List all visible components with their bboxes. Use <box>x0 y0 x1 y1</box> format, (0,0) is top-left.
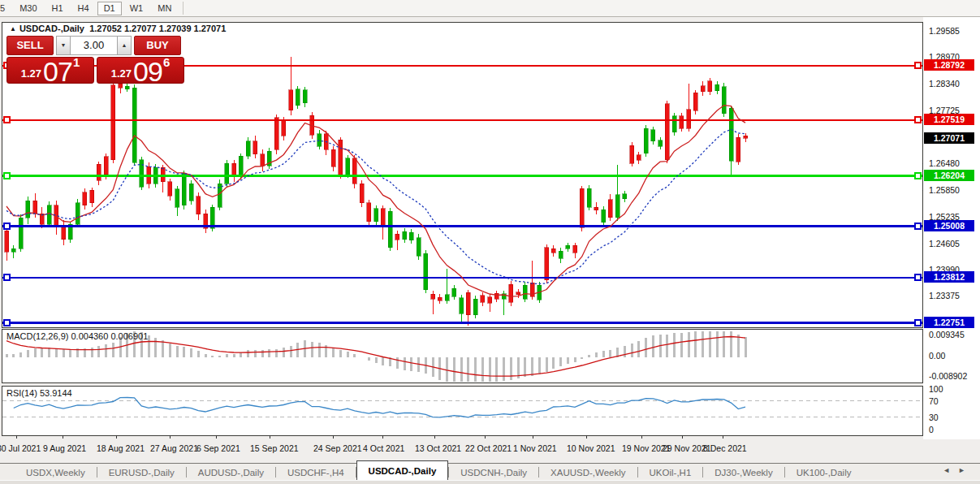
buy-button[interactable]: BUY <box>134 36 181 55</box>
date-label: 30 Jul 2021 <box>0 443 41 453</box>
axis-tick-label: 1.25850 <box>929 185 960 195</box>
volume-increase-button[interactable]: ▲ <box>117 36 132 55</box>
tab-audusd-daily[interactable]: AUDUSD-,Daily <box>187 465 275 481</box>
axis-tick-label: 0.009345 <box>929 330 965 339</box>
date-label: 18 Aug 2021 <box>97 443 145 453</box>
buy-price-pip: 6 <box>163 55 170 69</box>
date-label: 15 Sep 2021 <box>250 443 299 453</box>
tab-usdchf-h4[interactable]: USDCHF-,H4 <box>276 465 356 481</box>
date-label: 1 Nov 2021 <box>513 443 557 453</box>
tab-eurusd-daily[interactable]: EURUSD-,Daily <box>97 465 186 481</box>
axis-tick-label: 1.24605 <box>929 239 960 248</box>
one-click-trading-panel: SELL ▼ 3.00 ▲ BUY 1.27 07 1 1.27 09 6 <box>6 36 184 84</box>
current-price-label: 1.27071 <box>924 132 974 144</box>
chart-symbol-label: USDCAD-,Daily <box>19 24 84 33</box>
date-label: 10 Nov 2021 <box>567 443 615 453</box>
sell-price-digits: 07 <box>43 61 72 82</box>
price-line-label: 1.27519 <box>924 114 974 125</box>
sell-price-pip: 1 <box>73 55 80 69</box>
tab-usdx-weekly[interactable]: USDX,Weekly <box>15 465 97 481</box>
collapse-triangle-icon[interactable]: ▲ <box>10 25 16 32</box>
price-axis: 1.295851.289701.283401.277251.264801.258… <box>923 17 980 439</box>
sell-price-button[interactable]: 1.27 07 1 <box>6 57 94 84</box>
axis-tick-label: 1.23375 <box>929 291 960 300</box>
date-label: 8 Dec 2021 <box>703 443 747 453</box>
volume-input[interactable]: 3.00 <box>71 36 117 55</box>
axis-tick-label: 0.00 <box>929 351 945 361</box>
axis-tick-label: -0.008902 <box>929 371 967 381</box>
tab-scroll-right-icon[interactable]: ► <box>958 466 974 474</box>
buy-price-button[interactable]: 1.27 09 6 <box>97 57 184 84</box>
trading-terminal-window: 5M30H1H4D1W1MN ▲USDCAD-,Daily 1.27052 1.… <box>0 0 980 484</box>
buy-price-prefix: 1.27 <box>111 67 132 80</box>
tab-scroll-left-icon[interactable]: ◄ <box>943 466 958 474</box>
date-label: 27 Aug 2021 <box>150 443 198 453</box>
date-label: 9 Aug 2021 <box>43 443 86 453</box>
chart-tab-bar: USDX,WeeklyEURUSD-,DailyAUDUSD-,DailyUSD… <box>0 463 980 480</box>
axis-tick-label: 1.26480 <box>929 158 960 168</box>
tab-xauusd-weekly[interactable]: XAUUSD-,Weekly <box>539 465 637 481</box>
chart-title: ▲USDCAD-,Daily 1.27052 1.27077 1.27039 1… <box>10 24 226 33</box>
price-line-label: 1.25008 <box>924 220 974 231</box>
sell-price-prefix: 1.27 <box>21 67 41 80</box>
axis-tick-label: 100 <box>929 384 943 394</box>
axis-tick-label: 1.28340 <box>929 79 960 89</box>
date-label: 4 Oct 2021 <box>363 443 404 453</box>
axis-tick-label: 70 <box>929 396 939 406</box>
price-line-label: 1.22751 <box>924 317 974 328</box>
buy-price-digits: 09 <box>133 61 162 82</box>
tab-ukoil-h1[interactable]: UKOil-,H1 <box>638 465 703 481</box>
macd-indicator-label: MACD(12,26,9) 0.004360 0.006901 <box>6 331 148 341</box>
date-label: 24 Sep 2021 <box>313 443 362 453</box>
date-label: 13 Oct 2021 <box>415 443 461 453</box>
rsi-indicator-label: RSI(14) 53.9144 <box>6 388 72 398</box>
chart-ohlc-values: 1.27052 1.27077 1.27039 1.27071 <box>89 24 226 33</box>
price-line-label: 1.28792 <box>924 59 974 71</box>
date-label: 6 Sep 2021 <box>196 443 240 453</box>
axis-tick-label: 30 <box>929 413 939 422</box>
tab-dj30-weekly[interactable]: DJ30-,Weekly <box>703 465 784 481</box>
price-line-label: 1.23812 <box>924 271 974 283</box>
axis-tick-label: 1.29585 <box>929 26 960 36</box>
volume-decrease-button[interactable]: ▼ <box>56 36 71 55</box>
date-label: 22 Oct 2021 <box>465 443 512 453</box>
tab-uk100-daily[interactable]: UK100-,Daily <box>785 465 863 481</box>
tab-usdcnh-daily[interactable]: USDCNH-,Daily <box>449 465 538 481</box>
sell-button[interactable]: SELL <box>6 36 54 55</box>
tab-usdcad-daily[interactable]: USDCAD-,Daily <box>356 460 449 480</box>
price-line-label: 1.26204 <box>924 170 974 181</box>
axis-tick-label: 0 <box>929 425 934 434</box>
